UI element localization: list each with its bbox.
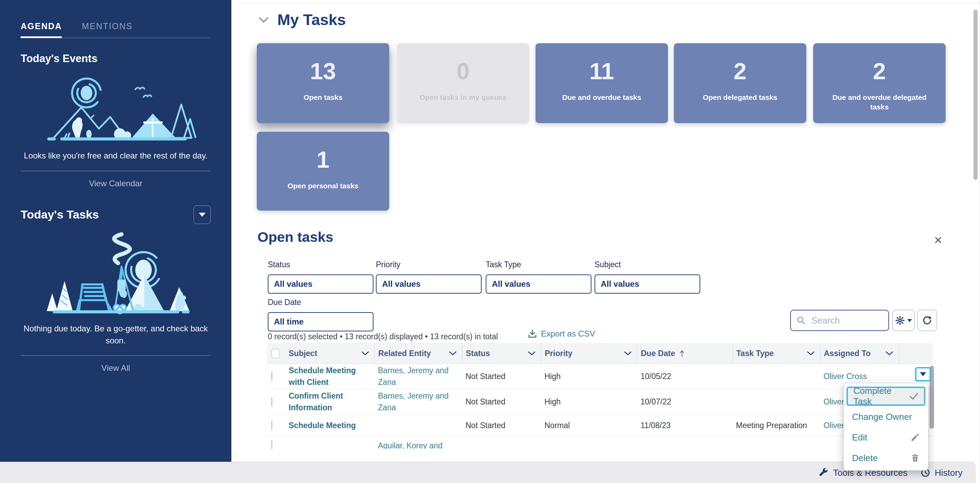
card-label: Open tasks xyxy=(269,93,377,102)
open-tasks-table: Subject Related Entity Status Priority D… xyxy=(267,343,932,449)
refresh-button[interactable] xyxy=(917,310,937,331)
export-csv-link[interactable]: Export as CSV xyxy=(527,329,595,339)
filter-due-date: Due Date All time xyxy=(268,298,374,331)
card-count: 1 xyxy=(257,146,389,173)
menu-item-change-owner[interactable]: Change Owner xyxy=(844,407,928,427)
caret-down-icon xyxy=(920,372,926,376)
related-entity-link[interactable]: Aguilar, Korey and xyxy=(374,436,462,449)
row-checkbox[interactable] xyxy=(272,397,272,407)
card-label: Open delegated tasks xyxy=(686,93,794,102)
related-entity-link[interactable]: Barnes, Jeremy and Zana xyxy=(374,390,462,414)
related-entity-link[interactable]: Barnes, Jeremy and Zana xyxy=(374,365,462,388)
sidebar-divider xyxy=(21,171,211,171)
camping-day-illustration xyxy=(35,70,196,142)
priority-cell: Normal xyxy=(541,421,637,430)
content-top-border xyxy=(237,3,980,3)
tab-mentions[interactable]: MENTIONS xyxy=(82,21,132,38)
status-cell: Not Started xyxy=(462,397,541,407)
filter-task-type-select[interactable]: All values xyxy=(486,275,592,294)
sidebar-tabs: AGENDA MENTIONS xyxy=(21,21,211,38)
collapse-chevron-icon[interactable] xyxy=(258,16,269,23)
menu-item-complete-task[interactable]: Complete Task xyxy=(846,387,926,406)
subject-link[interactable]: Schedule Meeting xyxy=(285,419,374,432)
card-label: Due and overdue delegated tasks xyxy=(826,93,933,112)
open-tasks-panel-title: Open tasks xyxy=(258,229,333,245)
menu-item-label: Delete xyxy=(852,453,878,464)
column-header-priority[interactable]: Priority xyxy=(541,343,637,364)
todays-tasks-header: Today's Tasks xyxy=(21,205,211,224)
card-due-overdue-delegated-tasks[interactable]: 2 Due and overdue delegated tasks xyxy=(813,43,946,123)
column-label: Task Type xyxy=(736,349,774,358)
column-header-related-entity[interactable]: Related Entity xyxy=(374,343,462,364)
card-count: 2 xyxy=(674,58,806,84)
filter-label: Task Type xyxy=(486,260,592,269)
column-label: Status xyxy=(466,349,490,358)
table-row: Aguilar, Korey and xyxy=(267,436,932,449)
due-date-cell: 10/07/22 xyxy=(637,397,732,407)
column-header-task-type[interactable]: Task Type xyxy=(732,343,820,364)
chevron-down-icon[interactable] xyxy=(449,351,457,355)
table-settings-button[interactable] xyxy=(892,310,915,331)
trash-icon xyxy=(910,453,920,463)
filter-status-select[interactable]: All values xyxy=(268,275,374,294)
todays-tasks-dropdown-button[interactable] xyxy=(194,205,211,224)
search-input[interactable] xyxy=(811,315,880,326)
search-box xyxy=(790,310,889,331)
view-all-link[interactable]: View All xyxy=(0,363,231,373)
chevron-down-icon[interactable] xyxy=(361,351,369,355)
column-label: Priority xyxy=(545,349,573,358)
column-label: Related Entity xyxy=(378,349,431,358)
priority-cell: High xyxy=(541,397,637,407)
row-checkbox[interactable] xyxy=(272,421,272,430)
due-date-cell: 10/05/22 xyxy=(637,372,732,381)
column-header-due-date[interactable]: Due Date xyxy=(637,343,732,364)
column-label: Subject xyxy=(289,349,317,358)
page-scrollbar[interactable] xyxy=(974,10,978,180)
select-all-cell xyxy=(267,343,285,364)
chevron-down-icon[interactable] xyxy=(624,351,632,355)
column-header-status[interactable]: Status xyxy=(462,343,541,364)
chevron-down-icon[interactable] xyxy=(807,351,815,355)
tab-agenda[interactable]: AGENDA xyxy=(21,21,62,38)
menu-item-edit[interactable]: Edit xyxy=(844,427,928,448)
card-open-tasks-queues[interactable]: 0 Open tasks in my queues xyxy=(397,43,529,123)
card-due-overdue-tasks[interactable]: 11 Due and overdue tasks xyxy=(536,43,668,123)
close-icon[interactable]: ✕ xyxy=(934,234,943,247)
chevron-down-icon[interactable] xyxy=(886,351,893,355)
assigned-to-link[interactable]: Oliver Cross xyxy=(820,372,899,381)
card-open-delegated-tasks[interactable]: 2 Open delegated tasks xyxy=(674,43,806,123)
column-label: Assigned To xyxy=(824,349,870,358)
row-checkbox[interactable] xyxy=(272,372,272,381)
wrench-icon xyxy=(818,467,829,478)
menu-item-label: Complete Task xyxy=(853,386,909,407)
column-header-subject[interactable]: Subject xyxy=(285,343,374,364)
table-header-row: Subject Related Entity Status Priority D… xyxy=(267,343,932,364)
card-label: Open personal tasks xyxy=(269,181,377,191)
filter-subject-select[interactable]: All values xyxy=(595,275,700,294)
filter-label: Subject xyxy=(595,260,700,269)
row-actions-button[interactable] xyxy=(915,367,931,381)
filter-task-type: Task Type All values xyxy=(486,260,592,294)
chevron-down-icon[interactable] xyxy=(528,351,536,355)
card-open-personal-tasks[interactable]: 1 Open personal tasks xyxy=(257,132,389,211)
tasks-empty-message: Nothing due today. Be a go-getter, and c… xyxy=(19,323,213,347)
view-calendar-link[interactable]: View Calendar xyxy=(0,179,231,188)
menu-item-label: Change Owner xyxy=(852,412,912,422)
card-count: 0 xyxy=(397,58,529,84)
caret-down-icon xyxy=(199,213,205,217)
page-title: My Tasks xyxy=(277,11,346,29)
subject-link[interactable]: Schedule Meeting with Client xyxy=(285,365,374,388)
filter-label: Due Date xyxy=(268,298,374,307)
select-all-checkbox[interactable] xyxy=(272,349,280,358)
subject-link[interactable]: Confirm Client Information xyxy=(285,390,374,414)
row-checkbox[interactable] xyxy=(272,440,272,449)
menu-item-delete[interactable]: Delete xyxy=(844,448,928,468)
filter-due-date-select[interactable]: All time xyxy=(268,312,374,331)
filter-priority-select[interactable]: All values xyxy=(376,275,482,294)
todays-tasks-title: Today's Tasks xyxy=(21,208,99,221)
column-header-assigned-to[interactable]: Assigned To xyxy=(820,343,899,364)
agenda-sidebar: AGENDA MENTIONS Today's Events xyxy=(0,0,231,462)
card-open-tasks[interactable]: 13 Open tasks xyxy=(257,43,389,123)
status-cell: Not Started xyxy=(462,372,541,381)
table-row: Confirm Client Information Barnes, Jerem… xyxy=(267,389,932,415)
